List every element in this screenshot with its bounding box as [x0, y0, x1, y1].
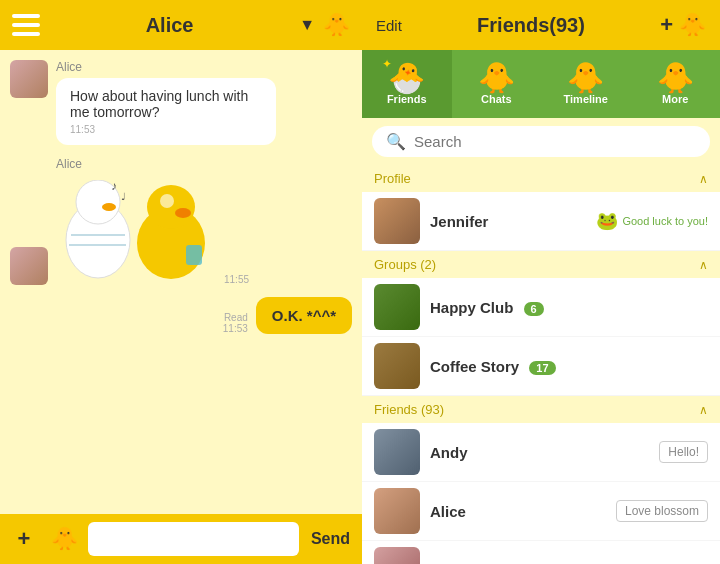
coffee-story-avatar	[374, 343, 420, 389]
right-profile-icon[interactable]: 🐥	[679, 12, 706, 38]
chats-tab-duck-icon: 🐥	[478, 63, 515, 93]
search-input-wrap: 🔍	[372, 126, 710, 157]
dropdown-icon[interactable]: ▼	[299, 16, 315, 34]
coffee-story-name: Coffee Story 17	[430, 358, 708, 375]
list-item[interactable]: Jennifer 🐸 Good luck to you!	[362, 192, 720, 251]
message-input[interactable]	[88, 522, 299, 556]
happy-club-info: Happy Club 6	[420, 299, 708, 316]
friends-section-header[interactable]: Friends (93) ∧	[362, 396, 720, 423]
sticker-icon: 🐥	[51, 526, 78, 552]
svg-text:♩: ♩	[121, 191, 126, 202]
friends-list: Profile ∧ Jennifer 🐸 Good luck to you! G…	[362, 165, 720, 564]
groups-section-label: Groups (2)	[374, 257, 436, 272]
andy-avatar	[374, 429, 420, 475]
tab-timeline[interactable]: 🐥 Timeline	[541, 50, 631, 118]
add-friend-button[interactable]: +	[660, 12, 673, 38]
coffee-story-info: Coffee Story 17	[420, 358, 708, 375]
sticker-col: Alice ♪ ♩	[56, 157, 216, 285]
outgoing-message-row: Read 11:53 O.K. *^^*	[10, 297, 352, 334]
chat-messages: Alice How about having lunch with me tom…	[0, 50, 362, 514]
sticker-sender: Alice	[56, 157, 216, 171]
nav-tabs: 🐣 ✦ Friends 🐥 Chats 🐥 Timeline 🐥 More	[362, 50, 720, 118]
left-header: Alice ▼ 🐥	[0, 0, 362, 50]
happy-club-name: Happy Club 6	[430, 299, 708, 316]
sticker-row: Alice ♪ ♩	[10, 157, 352, 285]
andy-info: Andy	[420, 444, 659, 461]
search-input[interactable]	[414, 133, 696, 150]
outgoing-bubble: O.K. *^^*	[256, 297, 352, 334]
right-panel: Edit Friends(93) + 🐥 🐣 ✦ Friends 🐥 Chats…	[362, 0, 720, 564]
hamburger-icon[interactable]	[12, 14, 40, 36]
friends-tab-duck-icon: 🐣	[388, 61, 425, 94]
list-item[interactable]: Coffee Story 17	[362, 337, 720, 396]
message-row: Alice How about having lunch with me tom…	[10, 60, 352, 145]
message-text: How about having lunch with me tomorrow?	[70, 88, 248, 120]
andy-action[interactable]: Hello!	[659, 441, 708, 463]
jennifer-name: Jennifer	[430, 213, 596, 230]
jennifer-avatar	[374, 198, 420, 244]
message-col: Alice How about having lunch with me tom…	[56, 60, 276, 145]
profile-collapse-icon[interactable]: ∧	[699, 172, 708, 186]
alice-info: Alice	[420, 503, 616, 520]
svg-point-8	[147, 185, 195, 229]
friends-section-label: Friends (93)	[374, 402, 444, 417]
tab-chats[interactable]: 🐥 Chats	[452, 50, 542, 118]
outgoing-text: O.K. *^^*	[272, 307, 336, 324]
alice-avatar	[374, 488, 420, 534]
timeline-tab-duck-icon: 🐥	[567, 63, 604, 93]
right-header: Edit Friends(93) + 🐥	[362, 0, 720, 50]
happy-club-avatar	[374, 284, 420, 330]
profile-section-label: Profile	[374, 171, 411, 186]
avatar	[10, 247, 48, 285]
right-header-icons: + 🐥	[660, 12, 706, 38]
list-item[interactable]: Bella	[362, 541, 720, 564]
star-icon: ✦	[382, 57, 392, 71]
andy-name: Andy	[430, 444, 659, 461]
list-item[interactable]: Andy Hello!	[362, 423, 720, 482]
alice-action[interactable]: Love blossom	[616, 500, 708, 522]
friends-title: Friends(93)	[477, 14, 585, 37]
sticker-image: ♪ ♩	[56, 175, 216, 285]
search-icon: 🔍	[386, 132, 406, 151]
left-panel: Alice ▼ 🐥 Alice How about having lunch w…	[0, 0, 362, 564]
more-tab-duck-icon: 🐥	[657, 63, 694, 93]
svg-point-10	[160, 194, 174, 208]
sticker-button[interactable]: 🐥	[48, 523, 80, 555]
message-bubble: How about having lunch with me tomorrow?…	[56, 78, 276, 145]
jennifer-action: Good luck to you!	[622, 215, 708, 227]
list-item[interactable]: Happy Club 6	[362, 278, 720, 337]
groups-section-header[interactable]: Groups (2) ∧	[362, 251, 720, 278]
sticker-time: 11:55	[224, 274, 249, 285]
header-right-icons: ▼ 🐥	[299, 12, 350, 38]
tab-friends-label: Friends	[387, 93, 427, 105]
add-button[interactable]: +	[8, 523, 40, 555]
tab-chats-label: Chats	[481, 93, 512, 105]
search-bar: 🔍	[362, 118, 720, 165]
groups-collapse-icon[interactable]: ∧	[699, 258, 708, 272]
happy-club-badge: 6	[524, 302, 544, 316]
message-time: 11:53	[70, 124, 262, 135]
svg-point-9	[175, 208, 191, 218]
bella-avatar	[374, 547, 420, 564]
send-button[interactable]: Send	[307, 530, 354, 548]
plus-icon: +	[18, 526, 31, 552]
tab-more[interactable]: 🐥 More	[631, 50, 721, 118]
yellow-duck-svg	[131, 185, 211, 280]
tab-timeline-label: Timeline	[564, 93, 608, 105]
left-footer: + 🐥 Send	[0, 514, 362, 564]
alice-name: Alice	[430, 503, 616, 520]
jennifer-info: Jennifer	[420, 213, 596, 230]
svg-rect-11	[186, 245, 202, 265]
read-status: Read 11:53	[223, 312, 248, 334]
edit-button[interactable]: Edit	[376, 17, 402, 34]
friends-collapse-icon[interactable]: ∧	[699, 403, 708, 417]
profile-section-header[interactable]: Profile ∧	[362, 165, 720, 192]
list-item[interactable]: Alice Love blossom	[362, 482, 720, 541]
profile-avatar-icon[interactable]: 🐥	[323, 12, 350, 38]
tab-more-label: More	[662, 93, 688, 105]
tab-friends[interactable]: 🐣 ✦ Friends	[362, 50, 452, 118]
white-duck-svg: ♪ ♩	[61, 180, 136, 280]
coffee-story-badge: 17	[529, 361, 555, 375]
frog-sticker-icon: 🐸	[596, 210, 618, 232]
avatar	[10, 60, 48, 98]
